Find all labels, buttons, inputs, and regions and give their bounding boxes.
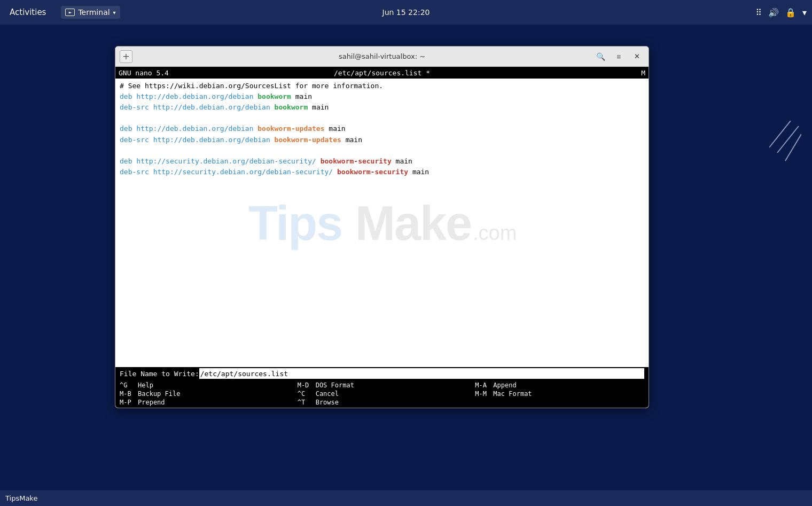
shortcut-key-prepend: M-P bbox=[120, 399, 136, 406]
titlebar-right: 🔍 ≡ ✕ bbox=[593, 50, 644, 64]
editor-line-5: deb http://deb.debian.org/debian bookwor… bbox=[120, 123, 644, 134]
shortcut-desc-browse: Browse bbox=[316, 399, 339, 406]
shortcut-desc-backup: Backup File bbox=[138, 390, 180, 398]
decorative-lines bbox=[769, 121, 801, 164]
nano-header: GNU nano 5.4 /etc/apt/sources.list * M bbox=[115, 67, 649, 79]
shortcut-browse[interactable]: ^T Browse bbox=[293, 398, 471, 407]
editor-line-6: deb-src http://deb.debian.org/debian boo… bbox=[120, 135, 644, 145]
window-title: sahil@sahil-virtualbox: ~ bbox=[339, 52, 425, 60]
shortcut-prepend[interactable]: M-P Prepend bbox=[115, 398, 293, 407]
shortcut-key-mac: M-M bbox=[475, 390, 491, 398]
bottom-label: TipsMake bbox=[5, 494, 37, 502]
activities-button[interactable]: Activities bbox=[5, 5, 50, 19]
svg-line-0 bbox=[769, 121, 791, 147]
network-icon[interactable]: ⠿ bbox=[755, 7, 762, 18]
terminal-window: + sahil@sahil-virtualbox: ~ 🔍 ≡ ✕ GNU na bbox=[115, 46, 649, 408]
shortcut-help[interactable]: ^G Help bbox=[115, 381, 293, 390]
system-menu-icon[interactable]: ▾ bbox=[802, 7, 807, 18]
search-button[interactable]: 🔍 bbox=[593, 50, 608, 64]
nano-shortcuts: ^G Help M-D DOS Format M-A Append M-B Ba… bbox=[115, 380, 649, 408]
shortcut-cancel[interactable]: ^C Cancel bbox=[293, 390, 471, 398]
shortcut-backup[interactable]: M-B Backup File bbox=[115, 390, 293, 398]
shortcut-key-help: ^G bbox=[120, 382, 136, 389]
editor-line-8: deb http://security.debian.org/debian-se… bbox=[120, 156, 644, 167]
new-tab-button[interactable]: + bbox=[120, 50, 132, 63]
desktop: + sahil@sahil-virtualbox: ~ 🔍 ≡ ✕ GNU na bbox=[0, 25, 812, 490]
topbar-right: ⠿ 🔊 🔒 ▾ bbox=[755, 7, 807, 18]
close-button[interactable]: ✕ bbox=[629, 50, 644, 64]
editor-line-3: deb-src http://deb.debian.org/debian boo… bbox=[120, 102, 644, 113]
terminal-menu[interactable]: ► Terminal ▾ bbox=[61, 6, 120, 19]
editor-line-7-empty bbox=[120, 145, 644, 156]
shortcut-desc-dos: DOS Format bbox=[316, 382, 354, 389]
nano-editor: GNU nano 5.4 /etc/apt/sources.list * M T… bbox=[115, 67, 649, 408]
editor-line-9: deb-src http://security.debian.org/debia… bbox=[120, 167, 644, 177]
nano-header-right: M bbox=[641, 69, 645, 77]
nano-version: GNU nano 5.4 bbox=[119, 69, 169, 77]
shortcut-key-append: M-A bbox=[475, 382, 491, 389]
terminal-titlebar: + sahil@sahil-virtualbox: ~ 🔍 ≡ ✕ bbox=[115, 46, 649, 67]
lock-icon[interactable]: 🔒 bbox=[785, 7, 796, 18]
nano-filename-bar: File Name to Write: bbox=[115, 367, 649, 380]
search-icon: 🔍 bbox=[596, 52, 605, 61]
terminal-label: Terminal bbox=[78, 8, 110, 17]
editor-line-1: # See https://wiki.debian.org/SourcesLis… bbox=[120, 81, 644, 91]
shortcut-desc-append: Append bbox=[493, 382, 516, 389]
shortcut-desc-mac: Mac Format bbox=[493, 390, 532, 398]
volume-icon[interactable]: 🔊 bbox=[768, 7, 779, 18]
svg-line-2 bbox=[785, 134, 801, 161]
watermark: Tips Make .com bbox=[248, 189, 516, 256]
editor-line-2: deb http://deb.debian.org/debian bookwor… bbox=[120, 91, 644, 102]
topbar: Activities ► Terminal ▾ Jun 15 22:20 ⠿ 🔊… bbox=[0, 0, 812, 25]
shortcut-key-browse: ^T bbox=[298, 399, 314, 406]
terminal-icon: ► bbox=[65, 9, 75, 16]
menu-button[interactable]: ≡ bbox=[611, 50, 626, 64]
editor-line-4-empty bbox=[120, 113, 644, 123]
shortcut-key-cancel: ^C bbox=[298, 390, 314, 398]
shortcut-mac[interactable]: M-M Mac Format bbox=[471, 390, 649, 398]
topbar-left: Activities ► Terminal ▾ bbox=[5, 5, 120, 19]
close-icon: ✕ bbox=[634, 52, 640, 60]
nano-content-area[interactable]: Tips Make .com # See https://wiki.debian… bbox=[115, 79, 649, 367]
hamburger-icon: ≡ bbox=[616, 52, 621, 61]
bottombar: TipsMake bbox=[0, 490, 812, 506]
svg-line-1 bbox=[777, 126, 799, 153]
filename-label: File Name to Write: bbox=[120, 370, 199, 378]
new-tab-icon: + bbox=[122, 51, 129, 61]
topbar-datetime: Jun 15 22:20 bbox=[382, 8, 430, 17]
shortcut-dos[interactable]: M-D DOS Format bbox=[293, 381, 471, 390]
svg-text:.com: .com bbox=[473, 222, 516, 244]
shortcut-key-backup: M-B bbox=[120, 390, 136, 398]
shortcut-desc-prepend: Prepend bbox=[138, 399, 165, 406]
nano-filename-header: /etc/apt/sources.list * bbox=[334, 69, 430, 77]
shortcut-desc-help: Help bbox=[138, 382, 153, 389]
filename-input[interactable] bbox=[199, 368, 644, 379]
terminal-dropdown-icon: ▾ bbox=[113, 10, 116, 15]
shortcut-key-dos: M-D bbox=[298, 382, 314, 389]
shortcut-desc-cancel: Cancel bbox=[316, 390, 339, 398]
titlebar-left: + bbox=[120, 50, 132, 63]
shortcut-append[interactable]: M-A Append bbox=[471, 381, 649, 390]
svg-text:Tips: Tips bbox=[248, 197, 342, 250]
svg-text:Make: Make bbox=[355, 197, 471, 250]
